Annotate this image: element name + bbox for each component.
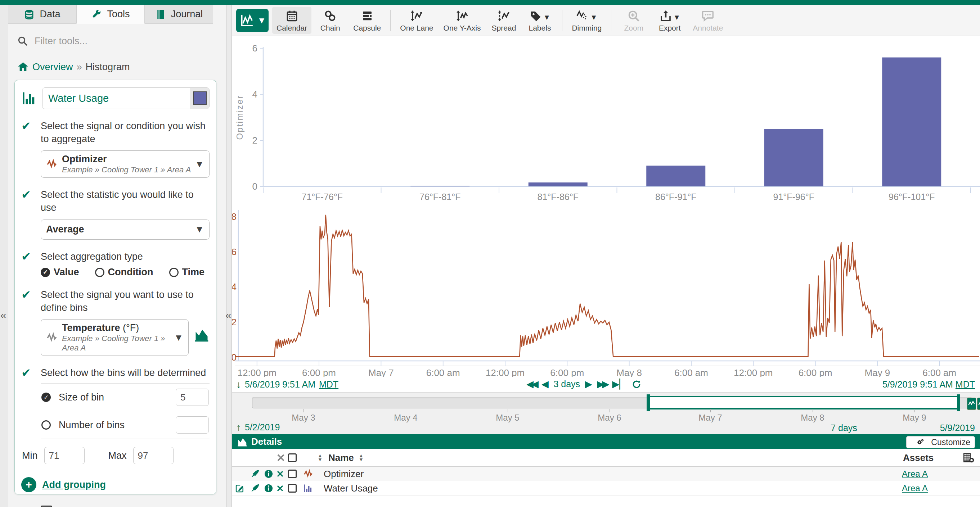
max-input[interactable] [133,447,173,464]
number-of-bins-input[interactable] [176,416,209,434]
row-checkbox[interactable] [288,470,297,478]
toolbar-spread-button[interactable]: Spread [487,7,521,34]
timeline-selection[interactable] [648,396,958,410]
step-forward-half-button[interactable]: ▶ [585,378,592,390]
svg-text:71°F-76°F: 71°F-76°F [302,192,343,202]
range-end[interactable]: 5/9/2019 9:51 AM MDT [883,379,975,390]
toolbar-chain-button[interactable]: Chain [313,7,347,34]
remove-icon[interactable] [276,484,285,493]
display-toolbar: ▼ CalendarChainCapsuleOne LaneOne Y-Axis… [232,5,980,36]
row-checkbox[interactable] [288,484,297,493]
sort-icon[interactable]: ▲▼ [318,454,323,462]
timeline-start[interactable]: ↑ 5/2/2019 [236,422,280,432]
timeline-duration[interactable]: 7 days [830,423,857,433]
area-chart-icon[interactable] [194,327,210,343]
tab-journal[interactable]: Journal [145,5,213,24]
rocket-icon[interactable] [250,483,260,493]
remove-icon[interactable] [276,470,285,478]
toolbar-export-button[interactable]: ▼Export [652,7,687,34]
number-of-bins-row: Number of bins [41,411,210,439]
bin-signal-value: Temperature [62,323,120,333]
min-input[interactable] [44,447,84,464]
left-collapse-rail[interactable]: « [0,5,8,507]
wrench-icon [91,9,102,20]
info-icon[interactable] [264,483,274,493]
aggregation-radio-time[interactable]: Time [169,267,205,278]
timeline-start-date[interactable]: 5/2/2019 [245,422,280,432]
sort-icon[interactable]: ▲▼ [359,454,364,462]
size-of-bin-input[interactable] [176,389,209,406]
home-icon[interactable] [17,61,29,73]
collapse-left-icon[interactable]: « [0,309,6,321]
color-picker-button[interactable] [190,88,209,109]
step-to-end-button[interactable]: ▶▏ [612,378,627,390]
svg-text:6:00 am: 6:00 am [426,367,460,377]
timeline-end-date[interactable]: 5/9/2019 [940,423,975,433]
calendar-icon [285,10,299,22]
step-back-full-button[interactable]: ◀◀ [527,378,536,390]
toolbar-one-lane-button[interactable]: One Lane [396,7,438,34]
statistic-section: ✔ Select the statistic you would like to… [21,189,210,239]
size-of-bin-radio[interactable]: ✓ [41,393,51,402]
asset-link[interactable]: Area A [902,469,928,479]
range-end-text[interactable]: 5/9/2019 9:51 AM [883,379,953,389]
selection-left-handle[interactable] [647,394,650,411]
tab-data[interactable]: Data [8,5,76,24]
name-column-header[interactable]: Name [328,452,354,464]
aggregation-section: ✔ Select aggregation type ✓ValueConditio… [21,250,210,278]
select-all-checkbox[interactable] [288,453,297,462]
customize-button[interactable]: Customize [906,436,975,448]
item-name: Optimizer [324,468,364,479]
histogram-chart[interactable]: 0246Optimizer71°F-76°F76°F-81°F81°F-86°F… [232,36,980,206]
info-icon[interactable] [264,469,274,479]
bin-signal-select[interactable]: Temperature (°F) Example » Cooling Tower… [41,319,189,356]
tool-name-input[interactable] [43,88,190,109]
investigate-timeline: May 3May 4May 5May 6May 7May 8May 9 ↑ 5/… [232,392,980,434]
toolbar-dimming-button[interactable]: ▼Dimming [567,7,606,34]
pencil-icon[interactable] [235,483,245,493]
toolbar-capsule-button[interactable]: Capsule [349,7,385,34]
auto-update-icon[interactable] [967,397,980,410]
range-start-timezone[interactable]: MDT [319,379,339,390]
collapse-sidebar-icon[interactable]: « [225,309,232,321]
signal-select-path: Example » Cooling Tower 1 » Area A [62,165,191,175]
tab-tools[interactable]: Tools [76,5,145,24]
display-mode-button[interactable]: ▼ [236,9,269,32]
rocket-icon[interactable] [250,469,260,479]
range-duration[interactable]: 3 days [554,379,580,389]
step-forward-full-button[interactable]: ▶▶ [597,378,608,390]
selection-right-handle[interactable] [957,394,960,411]
trend-chart[interactable]: 0246812:00 pm6:00 pmMay 76:00 am12:00 pm… [232,207,980,377]
aggregation-radio-condition[interactable]: Condition [95,267,153,278]
aggregation-section-label: Select aggregation type [41,250,210,264]
bin-signal-path: Example » Cooling Tower 1 » Area A [62,334,170,353]
range-end-timezone[interactable]: MDT [956,379,975,389]
statistic-select[interactable]: Average ▼ [41,219,210,240]
asset-link[interactable]: Area A [902,483,928,493]
remove-all-icon[interactable] [276,453,286,463]
add-column-icon[interactable] [963,452,974,464]
step-back-half-button[interactable]: ◀ [541,378,549,390]
include-empty-bins-checkbox[interactable] [41,505,52,507]
range-start[interactable]: ↓ 5/6/2019 9:51 AM MDT [236,379,339,390]
sidebar-collapse-handle[interactable]: « [227,5,232,507]
svg-text:May 8: May 8 [616,367,642,377]
toolbar-labels-button[interactable]: ▼Labels [522,7,557,34]
refresh-icon[interactable] [632,379,641,389]
tool-title-row [21,87,210,109]
aggregation-radio-value[interactable]: ✓Value [41,267,79,278]
signal-select[interactable]: Optimizer Example » Cooling Tower 1 » Ar… [41,150,210,178]
toolbar-one-y-axis-button[interactable]: One Y-Axis [439,7,485,34]
range-start-text[interactable]: 5/6/2019 9:51 AM [245,379,315,390]
add-grouping-link[interactable]: + Add grouping [21,477,210,492]
timeline-track[interactable] [252,397,972,408]
details-header: Details Customize [232,434,980,449]
histogram-tool-card: ✔ Select the signal or condition you wis… [14,80,216,494]
breadcrumb-overview[interactable]: Overview [32,62,73,73]
tool-name-field-wrap [42,87,210,109]
database-icon [24,9,35,20]
customize-label: Customize [931,437,970,447]
number-of-bins-radio[interactable] [41,420,51,430]
filter-tools-input[interactable] [34,35,218,47]
toolbar-calendar-button[interactable]: Calendar [272,7,312,34]
